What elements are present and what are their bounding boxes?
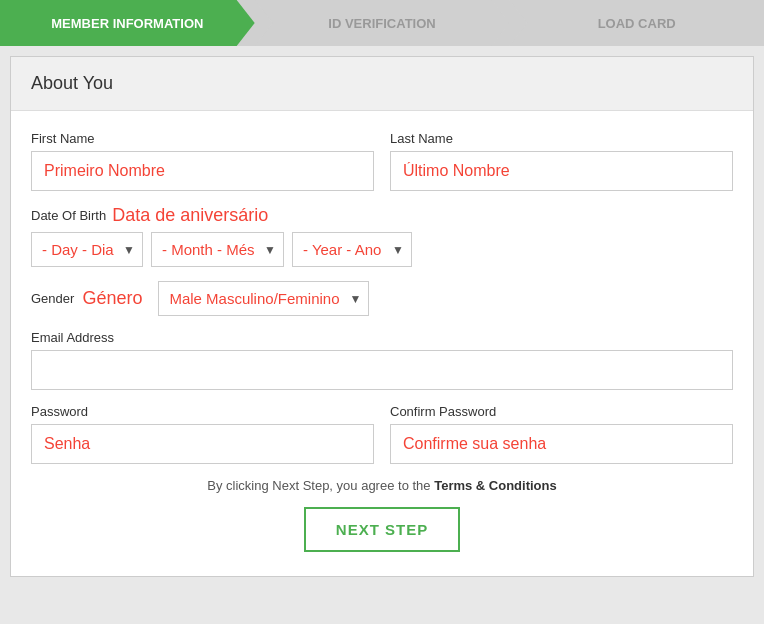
first-name-group: First Name [31,131,374,191]
last-name-group: Last Name [390,131,733,191]
dob-red-label: Data de aniversário [112,205,268,226]
gender-red-label: Género [82,288,142,309]
terms-link[interactable]: Terms & Conditions [434,478,557,493]
section-title: About You [11,57,753,111]
year-select-wrap: - Year - Ano ▼ [292,232,412,267]
dob-selects: - Day - Dia ▼ - Month - Més ▼ - Year - A… [31,232,733,267]
email-group: Email Address [31,330,733,390]
gender-section: Gender Género Male Masculino/Feminino ▼ [31,281,733,316]
confirm-password-group: Confirm Password [390,404,733,464]
last-name-label: Last Name [390,131,733,146]
step-load-card[interactable]: LOAD CARD [509,0,764,46]
confirm-password-input[interactable] [390,424,733,464]
terms-text: By clicking Next Step, you agree to the … [31,478,733,493]
password-group: Password [31,404,374,464]
day-select-wrap: - Day - Dia ▼ [31,232,143,267]
password-row: Password Confirm Password [31,404,733,464]
password-label: Password [31,404,374,419]
dob-label: Date Of Birth [31,208,106,223]
email-input[interactable] [31,350,733,390]
month-select[interactable]: - Month - Més [151,232,284,267]
dob-section: Date Of Birth Data de aniversário - Day … [31,205,733,267]
email-label: Email Address [31,330,733,345]
main-content: About You First Name Last Name Date Of B… [10,56,754,577]
password-input[interactable] [31,424,374,464]
gender-select-wrap: Male Masculino/Feminino ▼ [158,281,369,316]
form-area: First Name Last Name Date Of Birth Data … [11,111,753,576]
year-select[interactable]: - Year - Ano [292,232,412,267]
day-select[interactable]: - Day - Dia [31,232,143,267]
progress-bar: MEMBER INFORMATION ID VERIFICATION LOAD … [0,0,764,46]
last-name-input[interactable] [390,151,733,191]
confirm-password-label: Confirm Password [390,404,733,419]
step-id-verification[interactable]: ID VERIFICATION [255,0,510,46]
next-step-button[interactable]: NEXT STEP [304,507,460,552]
gender-label: Gender [31,291,74,306]
month-select-wrap: - Month - Més ▼ [151,232,284,267]
first-name-input[interactable] [31,151,374,191]
name-row: First Name Last Name [31,131,733,191]
gender-select[interactable]: Male Masculino/Feminino [158,281,369,316]
step-member-information[interactable]: MEMBER INFORMATION [0,0,255,46]
first-name-label: First Name [31,131,374,146]
